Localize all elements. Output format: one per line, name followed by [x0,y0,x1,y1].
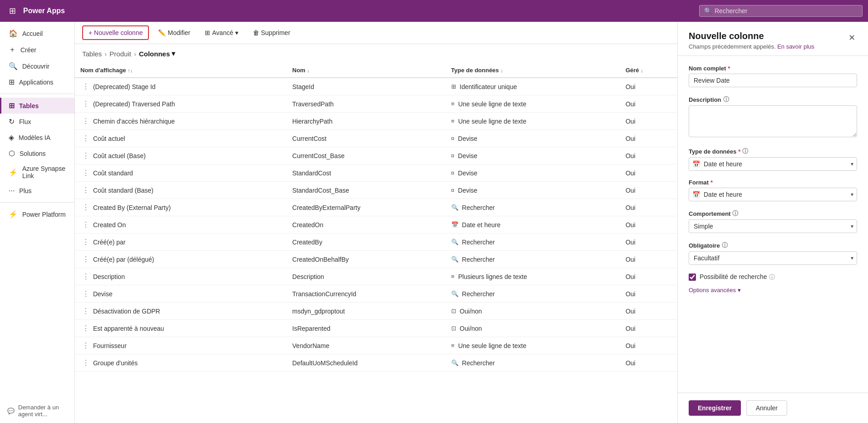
row-menu-icon[interactable]: ⋮ [80,359,91,367]
type-icon: ¤ [451,152,454,159]
table-row[interactable]: ⋮ Coût actuel (Base) CurrentCost_Base ¤ … [75,147,677,164]
table-row[interactable]: ⋮ (Deprecated) Stage Id StageId ⊞ Identi… [75,78,677,95]
modifier-button[interactable]: ✏️ Modifier [153,26,196,39]
solutions-icon: ⬡ [9,149,15,158]
save-button[interactable]: Enregistrer [689,400,741,416]
cell-type: ¤ Devise [446,130,620,147]
table-row[interactable]: ⋮ Fournisseur VendorName ≡ Une seule lig… [75,337,677,354]
sidebar-bottom-agent[interactable]: 💬 Demander à un agent virt... [0,398,74,423]
row-menu-icon[interactable]: ⋮ [80,307,91,315]
format-select[interactable]: Date et heure [689,188,857,201]
cell-gere: Oui [620,285,677,303]
avance-button[interactable]: ⊞ Avancé ▾ [199,26,243,39]
content-area: + Nouvelle colonne ✏️ Modifier ⊞ Avancé … [75,22,677,423]
table-row[interactable]: ⋮ Description Description ≡ Plusieurs li… [75,268,677,285]
table-row[interactable]: ⋮ Coût standard StandardCost ¤ Devise Ou… [75,164,677,182]
avance-chevron-icon: ▾ [235,29,238,36]
comportement-select[interactable]: Simple [689,219,857,233]
row-menu-icon[interactable]: ⋮ [80,342,91,349]
sidebar-item-power-platform[interactable]: ⚡ Power Platform [0,206,74,222]
row-menu-icon[interactable]: ⋮ [80,100,91,108]
form-group-description: Description ⓘ [689,95,857,139]
table-row[interactable]: ⋮ Groupe d'unités DefaultUoMScheduleId 🔍… [75,354,677,372]
sidebar-divider-2 [0,202,74,203]
sidebar-item-decouvrir[interactable]: 🔍 Découvrir [0,58,74,74]
table-row[interactable]: ⋮ (Deprecated) Traversed Path TraversedP… [75,95,677,113]
waffle-icon[interactable]: ⊞ [5,4,20,18]
search-bar[interactable]: 🔍 [699,5,863,17]
table-row[interactable]: ⋮ Créé(e) par (délégué) CreatedOnBehalfB… [75,251,677,268]
row-menu-icon[interactable]: ⋮ [80,134,91,142]
table-row[interactable]: ⋮ Chemin d'accès hiérarchique HierarchyP… [75,113,677,130]
form-group-comportement: Comportement ⓘ Simple ▾ [689,209,857,233]
row-menu-icon[interactable]: ⋮ [80,204,91,211]
col-header-type-donnees[interactable]: Type de données ↓ [446,63,620,78]
table-row[interactable]: ⋮ Créé(e) par CreatedBy 🔍 Rechercher Oui [75,234,677,251]
row-menu-icon[interactable]: ⋮ [80,186,91,194]
table-row[interactable]: ⋮ Est apparenté à nouveau IsReparented ⊡… [75,320,677,337]
azure-icon: ⚡ [9,168,18,177]
sort-icon-4: ↓ [641,68,643,73]
col-header-gere[interactable]: Géré ↓ [620,63,677,78]
learn-more-link[interactable]: En savoir plus [777,43,814,50]
row-menu-icon[interactable]: ⋮ [80,117,91,125]
cell-display-name: ⋮ Created By (External Party) [75,199,287,216]
row-menu-icon[interactable]: ⋮ [80,152,91,159]
row-menu-icon[interactable]: ⋮ [80,255,91,263]
breadcrumb-produit[interactable]: Produit [109,50,131,58]
sidebar-item-modeles-ia[interactable]: ◈ Modèles IA [0,129,74,145]
sidebar-item-solutions[interactable]: ⬡ Solutions [0,145,74,161]
colonnes-chevron-icon[interactable]: ▾ [172,50,175,58]
possibilite-recherche-checkbox[interactable] [689,274,696,281]
cell-display-name: ⋮ Chemin d'accès hiérarchique [75,113,287,130]
obligatoire-label: Obligatoire ⓘ [689,241,857,249]
cancel-button[interactable]: Annuler [746,400,787,416]
supprimer-button[interactable]: 🗑 Supprimer [247,26,296,39]
type-donnees-select[interactable]: Date et heure [689,157,857,171]
type-icon: ¤ [451,187,454,194]
table-row[interactable]: ⋮ Désactivation de GDPR msdyn_gdproptout… [75,303,677,320]
description-textarea[interactable] [689,105,857,137]
options-avancees-link[interactable]: Options avancées ▾ [689,287,857,294]
panel-close-button[interactable]: ✕ [847,31,857,45]
row-menu-icon[interactable]: ⋮ [80,238,91,246]
row-menu-icon[interactable]: ⋮ [80,290,91,298]
row-menu-icon[interactable]: ⋮ [80,324,91,332]
sidebar-item-creer[interactable]: ＋ Créer [0,41,74,58]
row-menu-icon[interactable]: ⋮ [80,169,91,177]
col-header-nom[interactable]: Nom ↓ [287,63,446,78]
table-row[interactable]: ⋮ Coût standard (Base) StandardCost_Base… [75,182,677,199]
type-donnees-label: Type de données * ⓘ [689,147,857,155]
table-row[interactable]: ⋮ Devise TransactionCurrencyId 🔍 Recherc… [75,285,677,303]
sidebar-item-applications[interactable]: ⊞ Applications [0,74,74,90]
type-icon: 📅 [451,221,459,228]
type-icon: 🔍 [451,290,459,297]
breadcrumb-tables[interactable]: Tables [82,50,102,58]
table-row[interactable]: ⋮ Coût actuel CurrentCost ¤ Devise Oui [75,130,677,147]
table-row[interactable]: ⋮ Created By (External Party) CreatedByE… [75,199,677,216]
row-menu-icon[interactable]: ⋮ [80,273,91,280]
row-menu-icon[interactable]: ⋮ [80,221,91,229]
table-row[interactable]: ⋮ Created On CreatedOn 📅 Date et heure O… [75,216,677,234]
obligatoire-info-icon: ⓘ [722,241,728,249]
new-column-button[interactable]: + Nouvelle colonne [82,25,149,40]
search-input[interactable] [715,7,858,15]
sidebar-item-label: Tables [19,102,39,109]
sidebar-item-tables[interactable]: ⊞ Tables [0,98,74,114]
cell-type: ≡ Plusieurs lignes de texte [446,268,620,285]
nom-complet-input[interactable] [689,74,857,87]
col-header-display-name[interactable]: Nom d'affichage ↑↓ [75,63,287,78]
sidebar-item-flux[interactable]: ↻ Flux [0,114,74,129]
obligatoire-select[interactable]: Facultatif [689,251,857,265]
sidebar-item-plus[interactable]: ··· Plus [0,183,74,199]
cell-name: msdyn_gdproptout [287,303,446,320]
sidebar-item-accueil[interactable]: 🏠 Accueil [0,25,74,41]
cell-gere: Oui [620,251,677,268]
cell-gere: Oui [620,182,677,199]
cell-name: StageId [287,78,446,95]
cell-display-name: ⋮ Coût actuel [75,130,287,147]
sidebar-item-azure-synapse[interactable]: ⚡ Azure Synapse Link [0,161,74,183]
row-menu-icon[interactable]: ⋮ [80,83,91,90]
required-indicator: * [728,65,730,72]
sort-icon-2: ↓ [307,68,310,73]
